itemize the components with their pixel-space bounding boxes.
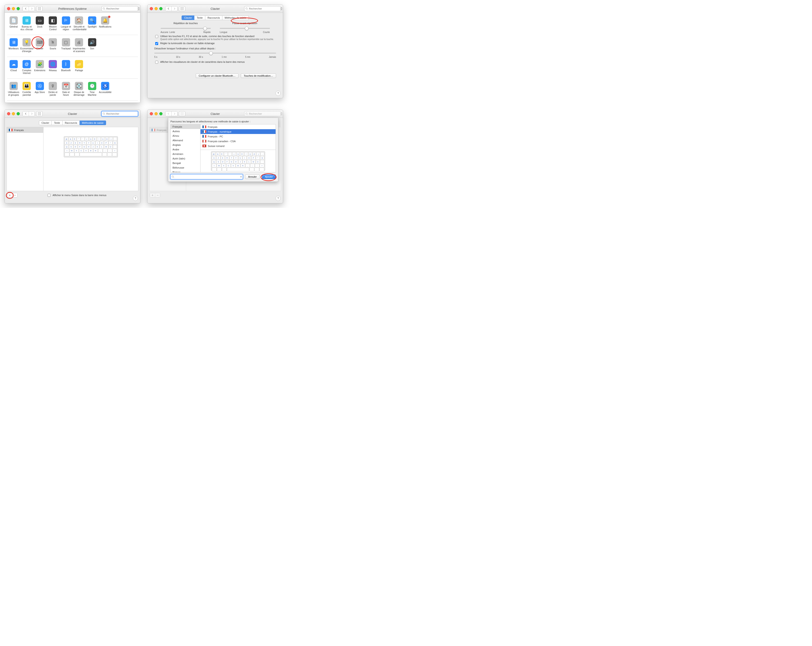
pref-pane-extensions[interactable]: 🧩Extensions (33, 59, 46, 76)
pref-pane-startup[interactable]: 💽Disque de démarrage (73, 81, 86, 98)
pref-pane-icloud[interactable]: ☁iCloud (7, 59, 20, 76)
pref-pane-accessibility[interactable]: ♿Accessibilité (99, 81, 112, 98)
input-method-list[interactable]: FrançaisFrançais - numériqueFrançais - P… (200, 125, 276, 150)
pref-pane-spotlight[interactable]: 🔍Spotlight (85, 15, 99, 32)
pref-pane-sound[interactable]: 🔊Son (85, 37, 99, 54)
clear-icon[interactable]: × (281, 7, 282, 10)
input-method-item[interactable]: Suisse romand (200, 143, 276, 148)
add-input-source-button[interactable]: + (7, 193, 12, 197)
close-button[interactable] (150, 112, 153, 115)
add-button[interactable]: Ajouter (262, 174, 276, 179)
pref-pane-parental[interactable]: 👪Contrôle parental (20, 81, 34, 98)
clear-icon[interactable]: × (138, 7, 139, 10)
modifier-keys-button[interactable]: Touches de modification… (241, 73, 276, 78)
pref-pane-timemachine[interactable]: 🕐Time Machine (85, 81, 99, 98)
forward-button[interactable] (171, 6, 177, 11)
key-repeat-slider[interactable] (161, 26, 211, 30)
tab-méthodes-de-saisie[interactable]: Méthodes de saisie (79, 120, 106, 125)
help-button[interactable]: ? (133, 196, 138, 201)
pref-pane-network[interactable]: 🌐Réseau (46, 59, 60, 76)
pref-pane-users[interactable]: 👥Utilisateurs et groupes (7, 81, 20, 98)
show-input-menu-checkbox[interactable] (47, 194, 50, 197)
minimize-button[interactable] (154, 7, 158, 10)
minimize-button[interactable] (12, 112, 15, 115)
tab-texte[interactable]: Texte (194, 15, 205, 20)
remove-input-source-button[interactable]: − (12, 193, 17, 197)
back-button[interactable] (165, 6, 171, 11)
turn-off-slider[interactable] (154, 51, 276, 55)
pref-pane-language[interactable]: 🏳Langue et région (60, 15, 73, 32)
zoom-button[interactable] (17, 112, 20, 115)
show-all-button[interactable] (179, 111, 185, 116)
language-item[interactable]: Anglais (171, 143, 200, 147)
input-method-item[interactable]: Français (200, 125, 276, 129)
pref-pane-mission[interactable]: ◧Mission Control (46, 15, 60, 32)
show-all-button[interactable] (179, 6, 185, 11)
zoom-button[interactable] (159, 112, 162, 115)
close-button[interactable] (150, 7, 153, 10)
pref-pane-printers[interactable]: 🖨Imprimantes et scanners (73, 37, 86, 54)
tab-clavier[interactable]: Clavier (39, 120, 52, 125)
search-field[interactable]: × (102, 6, 138, 11)
input-method-item[interactable]: Français - PC (200, 134, 276, 139)
language-list[interactable]: FrançaisAutresAïnouAllemandAnglaisArabeA… (171, 125, 200, 172)
show-keyboard-viewers-checkbox[interactable] (155, 61, 158, 64)
pref-pane-notifications[interactable]: 🔔Notifications (99, 15, 112, 32)
search-input[interactable] (248, 7, 281, 10)
clear-icon[interactable]: × (240, 175, 242, 178)
language-item[interactable]: Arménien (171, 152, 200, 156)
pref-pane-keyboard[interactable]: ⌨Clavier (33, 37, 46, 54)
language-item[interactable]: Arabe (171, 147, 200, 152)
tab-raccourcis[interactable]: Raccourcis (63, 120, 79, 125)
language-item[interactable]: Bengali (171, 161, 200, 165)
language-item[interactable]: Aïnou (171, 134, 200, 138)
pref-pane-mouse[interactable]: 🖱Souris (46, 37, 60, 54)
pref-pane-datetime[interactable]: 📅Date et heure (60, 81, 73, 98)
language-item[interactable]: Autres (171, 129, 200, 134)
pref-pane-trackpad[interactable]: ▢Trackpad (60, 37, 73, 54)
help-button[interactable]: ? (276, 91, 281, 96)
pref-pane-general[interactable]: 📄Général (7, 15, 20, 32)
search-field[interactable] (102, 111, 138, 116)
minimize-button[interactable] (154, 112, 158, 115)
delay-repeat-slider[interactable] (220, 26, 270, 30)
back-button[interactable] (165, 111, 171, 116)
pref-pane-bluetooth[interactable]: ᛒBluetooth (60, 59, 73, 76)
close-button[interactable] (7, 7, 10, 10)
pref-pane-dictation[interactable]: 🎙Dictée et parole (46, 81, 60, 98)
pref-pane-appstore[interactable]: ⒶApp Store (33, 81, 46, 98)
configure-bluetooth-keyboard-button[interactable]: Configurer un clavier Bluetooth… (196, 73, 238, 78)
back-button[interactable] (23, 6, 29, 11)
back-button[interactable] (23, 111, 29, 116)
language-item[interactable]: Français (171, 125, 200, 129)
input-source-item-francais[interactable]: Français (7, 127, 43, 133)
search-input[interactable] (105, 7, 138, 10)
tab-méthodes-de-saisie[interactable]: Méthodes de saisie (222, 15, 249, 20)
cancel-button[interactable]: Annuler (245, 174, 259, 179)
tab-clavier[interactable]: Clavier (182, 15, 194, 20)
help-button[interactable]: ? (276, 196, 281, 201)
forward-button[interactable] (29, 111, 35, 116)
language-item[interactable]: Azéri (latin) (171, 156, 200, 161)
search-field[interactable]: × (244, 6, 281, 11)
show-all-button[interactable] (36, 111, 43, 116)
pref-pane-accounts[interactable]: @Comptes Internet (20, 59, 34, 76)
forward-button[interactable] (29, 6, 35, 11)
show-all-button[interactable] (36, 6, 43, 11)
pref-pane-security[interactable]: 🏠Sécurité et confidentialité (73, 15, 86, 32)
zoom-button[interactable] (159, 7, 162, 10)
pref-pane-displays[interactable]: 🖥Moniteurs (7, 37, 20, 54)
zoom-button[interactable] (17, 7, 20, 10)
tab-raccourcis[interactable]: Raccourcis (205, 15, 222, 20)
keyboard-brightness-checkbox[interactable] (155, 42, 158, 45)
language-item[interactable]: Allemand (171, 138, 200, 143)
fn-keys-checkbox[interactable] (155, 35, 158, 38)
input-source-list[interactable]: Français (7, 127, 43, 191)
forward-button[interactable] (171, 111, 177, 116)
input-method-item[interactable]: Français canadien - CSA (200, 139, 276, 143)
pref-pane-energy[interactable]: 💡Économiseur d'énergie (20, 37, 34, 54)
pref-pane-desktop[interactable]: 🖥Bureau et éco. d'écran (20, 15, 34, 32)
tab-texte[interactable]: Texte (52, 120, 63, 125)
sheet-search-field[interactable]: × (171, 174, 243, 179)
sheet-search-input[interactable] (174, 175, 240, 178)
